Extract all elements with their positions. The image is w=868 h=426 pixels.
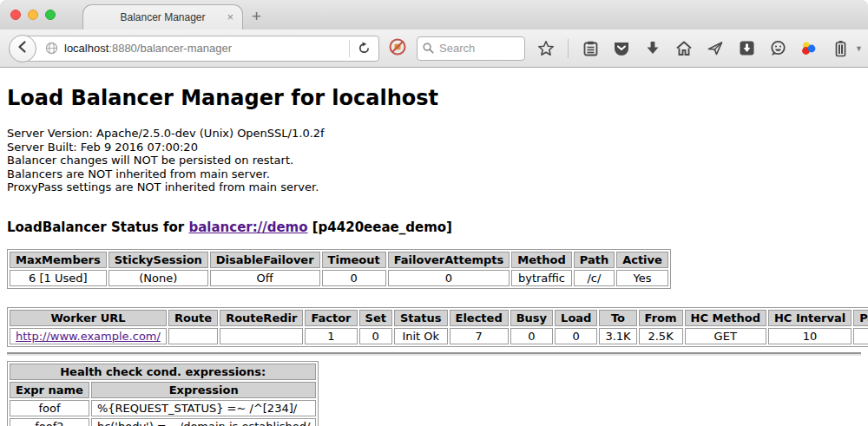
worker-status-table: Worker URL Route RouteRedir Factor Set S… [7,307,868,347]
download-icon[interactable] [643,38,662,59]
table-row: foof %{REQUEST_STATUS} =~ /^[234]/ [10,400,316,416]
close-window-button[interactable] [10,10,21,20]
feedback-smiley-icon[interactable] [768,38,787,59]
cell-hc-interval: 10 [768,328,852,344]
col-timeout: Timeout [322,252,386,268]
col-path: Path [574,252,615,268]
proxypass-notice-line: ProxyPass settings are NOT inherited fro… [7,180,861,194]
col-passes: Passes [853,310,868,326]
zoom-window-button[interactable] [45,10,56,20]
col-disablefailover: DisableFailover [210,252,320,268]
cell-path: /c/ [574,270,615,286]
cell-method: bytraffic [511,270,571,286]
col-stickysession: StickySession [108,252,208,268]
table-row: 6 [1 Used] (None) Off 0 0 bytraffic /c/ … [10,270,668,286]
cell-routeredir [220,328,303,344]
search-icon [423,43,434,54]
server-built-line: Server Built: Feb 9 2016 07:00:20 [7,141,861,154]
cell-failoverattempts: 0 [388,270,510,286]
cell-busy: 0 [510,328,553,344]
cell-expression: %{REQUEST_STATUS} =~ /^[234]/ [91,400,317,416]
new-tab-button[interactable]: + [252,7,261,26]
balancer-settings-table: MaxMembers StickySession DisableFailover… [7,249,671,289]
pocket-icon[interactable] [612,38,631,59]
col-routeredir: RouteRedir [220,310,303,326]
cell-passes: 1 (0) [853,328,868,344]
status-heading-prefix: LoadBalancer Status for [7,220,188,235]
col-status: Status [394,310,448,326]
cell-active: Yes [616,270,668,286]
cell-disablefailover: Off [210,270,320,286]
col-elected: Elected [450,310,509,326]
col-hc-interval: HC Interval [768,310,852,326]
minimize-window-button[interactable] [28,10,38,20]
battery-extension-icon[interactable] [831,38,850,59]
cell-worker-url: http://www.example.com/ [10,328,167,344]
col-route: Route [168,310,218,326]
col-from: From [639,310,683,326]
inherit-notice-line: Balancers are NOT inherited from main se… [7,167,861,181]
cell-from: 2.5K [639,328,683,344]
url-domain: localhost [64,42,108,55]
separator-rule [7,352,861,354]
browser-window: Balancer Manager × + localhost:8880/bala… [0,0,868,426]
col-failoverattempts: FailoverAttempts [388,252,510,268]
tab-balancer-manager[interactable]: Balancer Manager × [82,4,243,29]
col-expression: Expression [91,382,317,398]
table-row: foof2 hc('body') =~ /domain is establish… [10,418,316,426]
colored-dots-extension-icon[interactable] [799,38,819,59]
cell-expr-name: foof [10,400,89,416]
col-busy: Busy [510,310,553,326]
search-bar[interactable] [417,36,525,61]
cell-expr-name: foof2 [10,418,89,426]
col-load: Load [555,310,597,326]
loadbalancer-status-heading: LoadBalancer Status for balancer://demo … [7,220,861,235]
server-version-line: Server Version: Apache/2.5.0-dev (Unix) … [7,127,861,141]
cell-hc-method: GET [685,328,766,344]
cell-elected: 7 [450,328,509,344]
search-input[interactable] [439,42,519,55]
reload-button[interactable] [350,42,378,55]
bookmark-star-icon[interactable] [536,38,556,59]
cell-set: 0 [359,328,392,344]
col-factor: Factor [305,310,357,326]
cell-status: Init Ok [394,328,448,344]
toolbar-icons: ▼ [536,38,868,59]
window-controls [10,10,56,20]
balancer-demo-link[interactable]: balancer://demo [188,220,307,235]
plugin-blocked-icon[interactable] [389,38,406,59]
url-text: localhost:8880/balancer-manager [64,42,232,55]
page-title: Load Balancer Manager for localhost [7,68,861,110]
cell-load: 0 [555,328,597,344]
send-to-device-icon[interactable] [706,38,725,59]
urlbar-right-group [349,36,378,61]
table-header-row: Worker URL Route RouteRedir Factor Set S… [10,310,868,326]
page-content: Load Balancer Manager for localhost Serv… [0,68,868,426]
cell-factor: 1 [305,328,357,344]
cell-route [168,328,218,344]
col-to: To [599,310,636,326]
extension-download-box-icon[interactable] [737,38,756,59]
cell-timeout: 0 [322,270,386,286]
worker-url-link[interactable]: http://www.example.com/ [16,330,161,343]
status-heading-suffix: [p4420eeae_demo] [308,220,452,235]
navigation-toolbar: localhost:8880/balancer-manager [0,29,868,68]
table-header-row: Expr name Expression [10,382,316,398]
persist-notice-line: Balancer changes will NOT be persisted o… [7,154,861,167]
close-tab-icon[interactable]: × [227,10,233,24]
back-button[interactable] [9,35,36,62]
cell-to: 3.1K [599,328,636,344]
globe-icon [45,42,58,55]
bookmarks-sidebar-icon[interactable] [581,38,600,59]
url-bar[interactable]: localhost:8880/balancer-manager [22,36,379,62]
home-icon[interactable] [674,38,694,59]
col-method: Method [511,252,571,268]
titlebar: Balancer Manager × + [0,0,868,29]
chevron-down-icon[interactable]: ▼ [855,44,863,53]
col-maxmembers: MaxMembers [10,252,107,268]
cell-stickysession: (None) [108,270,208,286]
col-worker-url: Worker URL [10,310,167,326]
table-header-row: MaxMembers StickySession DisableFailover… [10,252,668,268]
table-row: http://www.example.com/ 1 0 Init Ok 7 0 … [10,328,868,344]
col-hc-method: HC Method [685,310,766,326]
